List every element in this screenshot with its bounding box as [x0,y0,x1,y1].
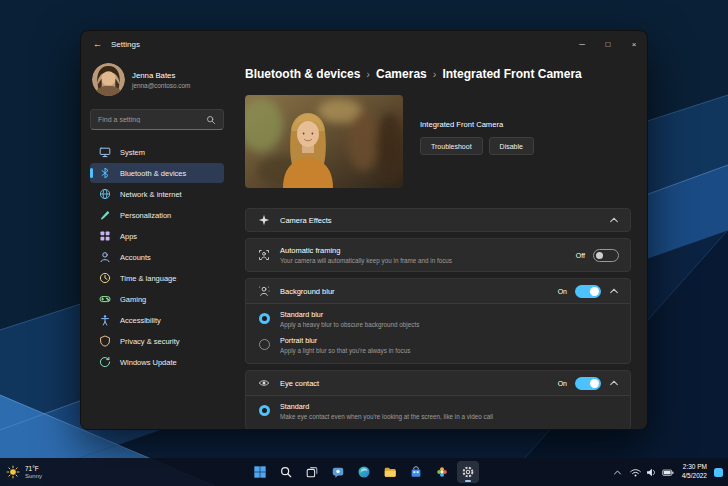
sidebar-item-label: System [120,148,145,157]
background-blur-row[interactable]: Background blur On [246,279,630,303]
troubleshoot-button[interactable]: Troubleshoot [420,137,483,155]
sidebar-item-bluetooth-devices[interactable]: Bluetooth & devices [90,163,224,183]
accounts-icon [99,251,111,263]
option-eye-contact-standard[interactable]: Standard Make eye contact even when you'… [259,402,619,420]
option-title: Standard [280,402,493,411]
camera-preview-image [245,95,403,188]
automatic-framing-title: Automatic framing [280,246,452,255]
sidebar-item-network-internet[interactable]: Network & internet [90,184,224,204]
sidebar-item-personalization[interactable]: Personalization [90,205,224,225]
sidebar-item-system[interactable]: System [90,142,224,162]
breadcrumb-bluetooth-devices[interactable]: Bluetooth & devices [245,67,360,81]
taskbar-search-button[interactable] [275,461,297,483]
system-tray: 2:30 PM 4/5/2022 [613,463,723,481]
task-view-icon [305,465,319,479]
breadcrumb-cameras[interactable]: Cameras [376,67,427,81]
time-language-icon [99,272,111,284]
taskbar: 71°F Sunny [0,458,728,486]
eye-contact-toggle[interactable] [575,377,601,390]
wifi-icon [629,466,642,479]
task-view-button[interactable] [301,461,323,483]
chevron-up-icon[interactable] [609,287,619,295]
privacy-icon [99,335,111,347]
sidebar-item-privacy-security[interactable]: Privacy & security [90,331,224,351]
file-explorer-button[interactable] [379,461,401,483]
weather-widget[interactable]: 71°F Sunny [6,465,42,479]
automatic-framing-state: Off [576,252,585,259]
avatar [92,63,125,96]
option-desc: Make eye contact even when you're lookin… [280,413,493,420]
eye-contact-state: On [558,380,567,387]
search-icon [206,115,216,125]
radio-unselected-icon[interactable] [259,339,270,350]
sidebar-item-accessibility[interactable]: Accessibility [90,310,224,330]
sidebar-item-label: Accessibility [120,316,161,325]
windows-update-icon [99,356,111,368]
window-title: Settings [111,40,140,49]
gaming-icon [99,293,111,305]
sidebar-item-label: Apps [120,232,137,241]
automatic-framing-row[interactable]: Automatic framing Your camera will autom… [245,238,631,272]
clock-date: 4/5/2022 [682,472,707,481]
hidden-icons-chevron[interactable] [613,469,622,476]
chevron-up-icon[interactable] [609,216,619,224]
settings-search[interactable] [90,109,224,130]
taskbar-clock[interactable]: 2:30 PM 4/5/2022 [682,463,707,481]
sidebar-item-time-language[interactable]: Time & language [90,268,224,288]
settings-button[interactable] [457,461,479,483]
background-blur-toggle[interactable] [575,285,601,298]
system-icon [99,146,111,158]
minimize-button[interactable]: ─ [569,31,595,57]
user-profile[interactable]: Jenna Bates jenna@contoso.com [90,61,224,102]
settings-window: ← Settings ─ □ × [80,30,648,430]
sidebar-item-gaming[interactable]: Gaming [90,289,224,309]
close-button[interactable]: × [621,31,647,57]
disable-button[interactable]: Disable [489,137,534,155]
option-title: Portrait blur [280,336,410,345]
option-desc: Apply a light blur so that you're always… [280,347,410,354]
automatic-framing-icon [257,249,270,261]
windows-start-icon [253,465,267,479]
network-volume-battery[interactable] [629,466,675,479]
notification-badge[interactable] [714,468,723,477]
eye-contact-row[interactable]: Eye contact On [246,371,630,395]
start-button[interactable] [249,461,271,483]
sidebar-item-windows-update[interactable]: Windows Update [90,352,224,372]
maximize-button[interactable]: □ [595,31,621,57]
background-blur-title: Background blur [280,287,335,296]
sidebar-nav: System Bluetooth & devices Network & int… [90,142,224,372]
radio-selected-icon[interactable] [259,313,270,324]
radio-selected-icon[interactable] [259,405,270,416]
search-icon [279,465,293,479]
chat-icon [331,465,345,479]
edge-button[interactable] [353,461,375,483]
automatic-framing-toggle[interactable] [593,249,619,262]
sidebar: Jenna Bates jenna@contoso.com System [81,57,233,429]
sidebar-item-label: Network & internet [120,190,182,199]
user-name: Jenna Bates [132,71,190,80]
weather-temp: 71°F [25,465,42,472]
chevron-up-icon[interactable] [609,379,619,387]
back-button[interactable]: ← [93,39,102,49]
weather-condition: Sunny [25,473,42,479]
store-button[interactable] [405,461,427,483]
option-standard-blur[interactable]: Standard blur Apply a heavy blur to obsc… [259,310,619,328]
settings-gear-icon [461,465,475,479]
automatic-framing-desc: Your camera will automatically keep you … [280,257,452,264]
eye-contact-title: Eye contact [280,379,319,388]
bluetooth-icon [99,167,111,179]
microsoft-store-icon [409,465,423,479]
eye-contact-group: Eye contact On Standard Make eye [245,370,631,430]
camera-effects-label: Camera Effects [280,216,332,225]
sidebar-item-accounts[interactable]: Accounts [90,247,224,267]
sidebar-item-apps[interactable]: Apps [90,226,224,246]
breadcrumb: Bluetooth & devices › Cameras › Integrat… [245,67,631,81]
chat-button[interactable] [327,461,349,483]
page-title: Integrated Front Camera [442,67,581,81]
search-input[interactable] [98,116,206,123]
photos-button[interactable] [431,461,453,483]
camera-effects-section: Camera Effects Automatic framing Your ca… [245,208,631,430]
camera-effects-header[interactable]: Camera Effects [245,208,631,232]
titlebar: ← Settings ─ □ × [81,31,647,57]
option-portrait-blur[interactable]: Portrait blur Apply a light blur so that… [259,336,619,354]
